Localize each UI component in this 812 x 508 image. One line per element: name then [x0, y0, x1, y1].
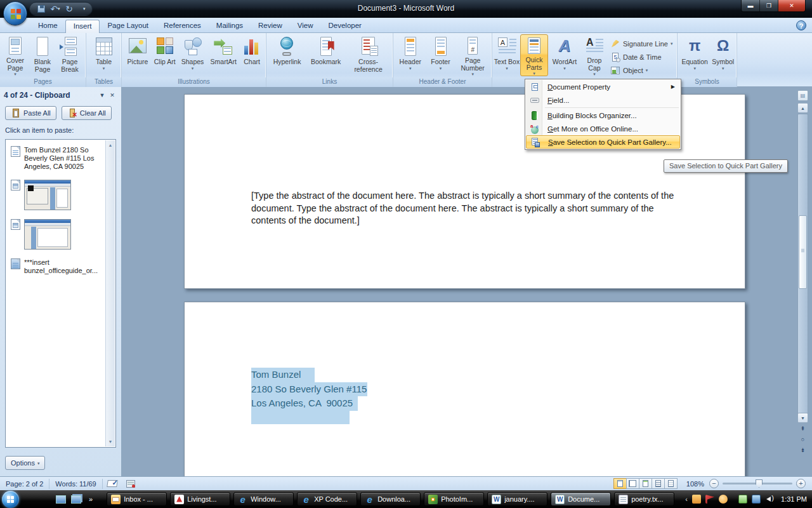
blank-page-button[interactable]: Blank Page: [29, 34, 56, 76]
address-line[interactable]: Los Angeles, CA 90025: [251, 396, 358, 411]
tab-insert[interactable]: Insert: [65, 20, 100, 33]
footer-button[interactable]: Footer▾: [426, 34, 455, 76]
scrollbar-thumb[interactable]: [799, 215, 807, 289]
taskbar-button-photoimpact[interactable]: PhotoIm...: [424, 492, 484, 506]
scroll-down-icon[interactable]: ▼: [107, 438, 114, 446]
equation-button[interactable]: π Equation▾: [679, 34, 710, 76]
table-button[interactable]: Table▾: [89, 34, 119, 76]
taskbar-button-xp-code-ie[interactable]: eXP Code...: [297, 492, 357, 506]
bookmark-button[interactable]: Bookmark: [306, 34, 345, 76]
address-block-selection[interactable]: Tom Bunzel 2180 So Beverly Glen #115 Los…: [251, 368, 367, 424]
full-screen-reading-view-button[interactable]: [626, 478, 639, 489]
tray-reminder-icon[interactable]: [719, 495, 728, 504]
wordart-button[interactable]: A WordArt▾: [548, 34, 581, 76]
proofing-status-icon[interactable]: ✓: [107, 479, 118, 488]
start-button[interactable]: [2, 491, 19, 508]
picture-button[interactable]: Picture: [123, 34, 152, 76]
clipboard-item-image-1[interactable]: [6, 173, 115, 213]
volume-icon[interactable]: [765, 495, 774, 504]
taskbar-button-download-ie[interactable]: eDownloa...: [360, 492, 421, 506]
zoom-slider-track[interactable]: [723, 483, 792, 485]
scrollbar-track[interactable]: [797, 114, 808, 422]
taskbar-button-poetry-txt[interactable]: poetry.tx...: [614, 492, 674, 506]
zoom-out-button[interactable]: −: [709, 479, 719, 488]
help-button[interactable]: ?: [796, 20, 806, 30]
object-button[interactable]: Object▾: [608, 64, 675, 77]
menu-item-save-selection-quick-part-gallery[interactable]: Save Selection to Quick Part Gallery...: [526, 135, 680, 149]
tab-view[interactable]: View: [290, 20, 321, 33]
page-break-button[interactable]: Page Break: [56, 34, 84, 76]
scroll-up-icon[interactable]: ▲: [107, 141, 114, 149]
show-desktop-icon[interactable]: [56, 495, 66, 504]
macro-recording-icon[interactable]: [126, 479, 136, 488]
clipboard-options-button[interactable]: Options ▾: [5, 456, 45, 470]
selected-empty-line[interactable]: [251, 411, 350, 424]
tab-page-layout[interactable]: Page Layout: [100, 20, 156, 33]
clear-all-button[interactable]: ✕ Clear All: [62, 106, 112, 120]
menu-item-field[interactable]: Field...: [526, 93, 680, 107]
cross-reference-button[interactable]: Cross-reference: [345, 34, 391, 76]
tab-references[interactable]: References: [156, 20, 209, 33]
clipboard-item-text-2[interactable]: ***insert bunzel_officeguide_or...: [6, 252, 115, 277]
cover-page-button[interactable]: Cover Page▾: [1, 34, 29, 76]
tab-review[interactable]: Review: [251, 20, 290, 33]
header-button[interactable]: Header▾: [395, 34, 426, 76]
hyperlink-button[interactable]: Hyperlink: [268, 34, 306, 76]
clip-art-button[interactable]: Clip Art: [152, 34, 178, 76]
scroll-up-button[interactable]: ▲: [797, 103, 808, 113]
word-count-indicator[interactable]: Words: 11/69: [49, 479, 102, 489]
taskbar-button-document3[interactable]: Docume...: [551, 492, 611, 506]
chart-button[interactable]: Chart: [239, 34, 265, 76]
quick-launch-overflow-chevron[interactable]: »: [89, 495, 93, 503]
taskbar-button-january-doc[interactable]: january....: [487, 492, 547, 506]
quick-parts-button[interactable]: Quick Parts▾: [520, 34, 548, 76]
clipboard-item-image-2[interactable]: [6, 213, 115, 252]
previous-page-button[interactable]: ⇞: [797, 424, 808, 434]
smartart-button[interactable]: SmartArt: [207, 34, 239, 76]
menu-item-get-more-office-online[interactable]: ac Get More on Office Online...: [526, 122, 680, 135]
text-box-button[interactable]: A Text Box▾: [494, 34, 520, 76]
date-time-button[interactable]: 5 Date & Time: [608, 50, 675, 64]
paste-all-button[interactable]: Paste All: [5, 106, 56, 120]
clipboard-item-text-1[interactable]: Tom Bunzel 2180 So Beverly Glen #115 Los…: [6, 140, 115, 173]
clipboard-scrollbar[interactable]: ▲ ▼: [105, 140, 115, 446]
pane-close-icon[interactable]: ✕: [107, 91, 117, 100]
zoom-slider-thumb[interactable]: [756, 479, 763, 488]
tray-clipboard-icon[interactable]: [692, 495, 701, 504]
taskbar-button-livingston-pdf[interactable]: Livingst...: [170, 492, 230, 506]
menu-item-document-property[interactable]: Document Property ▶: [526, 80, 680, 93]
scroll-down-button[interactable]: ▼: [797, 413, 808, 423]
shapes-button[interactable]: Shapes▾: [178, 34, 208, 76]
zoom-level[interactable]: 108%: [686, 480, 704, 488]
tray-alert-icon[interactable]: [705, 495, 714, 504]
outline-view-button[interactable]: [652, 478, 665, 489]
next-page-button[interactable]: ⇟: [797, 446, 808, 456]
network-icon[interactable]: [752, 495, 761, 504]
document-page-2[interactable]: Tom Bunzel 2180 So Beverly Glen #115 Los…: [184, 302, 745, 476]
select-browse-object-button[interactable]: ○: [797, 435, 808, 445]
window-switcher-icon[interactable]: [71, 495, 81, 504]
battery-icon[interactable]: [738, 495, 747, 504]
page-indicator[interactable]: Page: 2 of 2: [0, 479, 49, 489]
zoom-in-button[interactable]: +: [796, 479, 806, 488]
clock[interactable]: 1:31 PM: [781, 495, 807, 503]
pane-menu-arrow-icon[interactable]: ▼: [97, 91, 107, 100]
taskbar-button-windows-ie[interactable]: eWindow...: [233, 492, 294, 506]
drop-cap-button[interactable]: A Drop Cap▾: [581, 34, 608, 76]
address-line[interactable]: Tom Bunzel: [251, 368, 315, 382]
restore-button[interactable]: ❐: [760, 0, 778, 11]
address-line[interactable]: 2180 So Beverly Glen #115: [251, 382, 367, 397]
symbol-button[interactable]: Ω Symbol▾: [710, 34, 735, 76]
close-button[interactable]: ✕: [778, 0, 805, 11]
tab-home[interactable]: Home: [30, 20, 65, 33]
menu-item-building-blocks-organizer[interactable]: Building Blocks Organizer...: [526, 109, 680, 122]
taskbar-button-inbox[interactable]: Inbox - ...: [107, 492, 167, 506]
office-button[interactable]: [3, 1, 27, 25]
tray-expand-chevron[interactable]: ‹: [685, 495, 688, 503]
tab-mailings[interactable]: Mailings: [209, 20, 251, 33]
draft-view-button[interactable]: [664, 478, 678, 489]
minimize-button[interactable]: ▬: [742, 0, 760, 11]
page-number-button[interactable]: # Page Number▾: [455, 34, 490, 76]
print-layout-view-button[interactable]: [613, 478, 627, 489]
abstract-placeholder-text[interactable]: [Type the abstract of the document here.…: [251, 190, 680, 227]
